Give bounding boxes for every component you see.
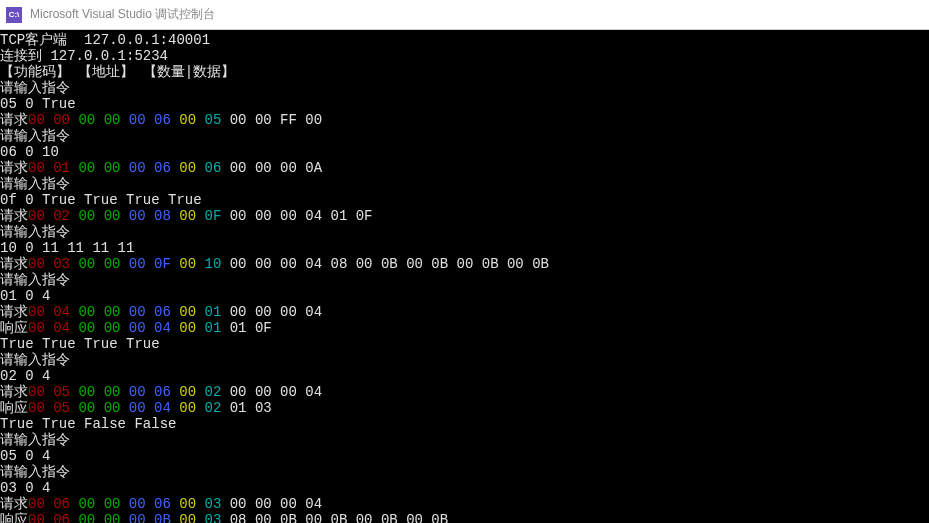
console-line: 06 0 10 [0, 144, 929, 160]
console-line: 响应00 04 00 00 00 04 00 01 01 0F [0, 320, 929, 336]
console-line: 请输入指令 [0, 432, 929, 448]
console-line: 【功能码】 【地址】 【数量|数据】 [0, 64, 929, 80]
console-line: 请输入指令 [0, 352, 929, 368]
console-line: 请求00 06 00 00 00 06 00 03 00 00 00 04 [0, 496, 929, 512]
console-line: 请输入指令 [0, 272, 929, 288]
window-title: Microsoft Visual Studio 调试控制台 [30, 6, 215, 23]
console-line: 请求00 02 00 00 00 08 00 0F 00 00 00 04 01… [0, 208, 929, 224]
console-line: True True False False [0, 416, 929, 432]
console-line: 10 0 11 11 11 11 [0, 240, 929, 256]
console-line: 请求00 03 00 00 00 0F 00 10 00 00 00 04 08… [0, 256, 929, 272]
console-line: 01 0 4 [0, 288, 929, 304]
console-line: 请输入指令 [0, 80, 929, 96]
console-line: 05 0 4 [0, 448, 929, 464]
console-line: TCP客户端 127.0.0.1:40001 [0, 32, 929, 48]
console-line: 请求00 00 00 00 00 06 00 05 00 00 FF 00 [0, 112, 929, 128]
console-line: 请输入指令 [0, 464, 929, 480]
window-titlebar[interactable]: C:\ Microsoft Visual Studio 调试控制台 [0, 0, 929, 30]
console-line: 请输入指令 [0, 224, 929, 240]
console-line: 请求00 01 00 00 00 06 00 06 00 00 00 0A [0, 160, 929, 176]
console-line: 连接到 127.0.0.1:5234 [0, 48, 929, 64]
console-line: 0f 0 True True True True [0, 192, 929, 208]
console-line: 响应00 06 00 00 00 0B 00 03 08 00 0B 00 0B… [0, 512, 929, 523]
console-line: 05 0 True [0, 96, 929, 112]
console-line: 02 0 4 [0, 368, 929, 384]
console-line: 请输入指令 [0, 176, 929, 192]
console-line: 请输入指令 [0, 128, 929, 144]
app-icon: C:\ [6, 7, 22, 23]
console-output[interactable]: TCP客户端 127.0.0.1:40001连接到 127.0.0.1:5234… [0, 30, 929, 523]
console-line: 请求00 05 00 00 00 06 00 02 00 00 00 04 [0, 384, 929, 400]
console-line: 请求00 04 00 00 00 06 00 01 00 00 00 04 [0, 304, 929, 320]
console-line: 响应00 05 00 00 00 04 00 02 01 03 [0, 400, 929, 416]
console-line: True True True True [0, 336, 929, 352]
console-line: 03 0 4 [0, 480, 929, 496]
